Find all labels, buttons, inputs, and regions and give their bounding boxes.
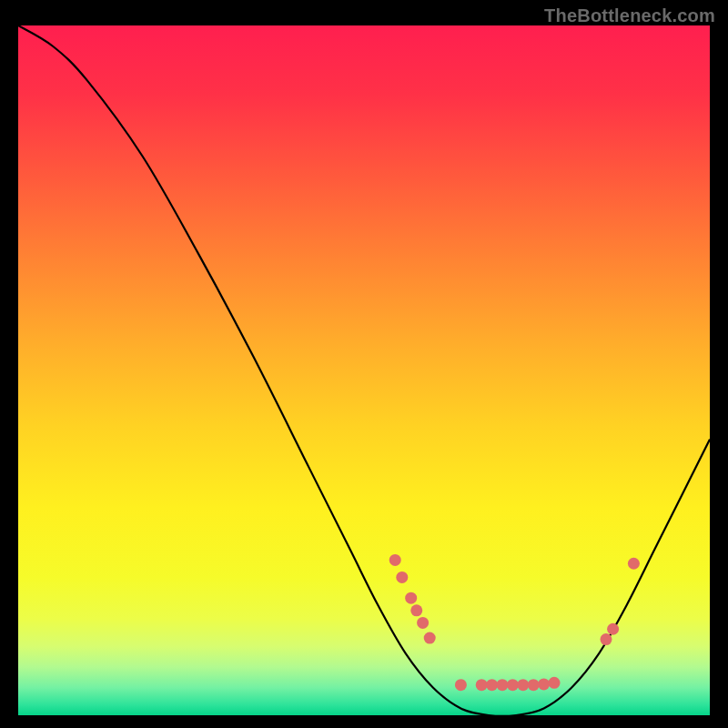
data-point	[476, 679, 488, 691]
data-point	[455, 679, 467, 691]
data-point	[410, 604, 422, 616]
data-point	[417, 617, 429, 629]
chart-background	[18, 25, 710, 715]
data-point	[507, 679, 519, 691]
watermark-text: TheBottleneck.com	[544, 5, 715, 26]
data-point	[486, 679, 498, 691]
bottleneck-chart	[18, 25, 710, 715]
data-point	[607, 623, 619, 635]
data-point	[405, 592, 417, 604]
data-point	[528, 679, 540, 691]
data-point	[601, 633, 612, 645]
data-point	[628, 558, 640, 570]
data-point	[424, 632, 436, 644]
data-point	[549, 677, 561, 689]
data-point	[396, 571, 408, 583]
data-point	[497, 679, 509, 691]
data-point	[517, 679, 529, 691]
data-point	[389, 554, 401, 566]
data-point	[538, 678, 550, 690]
